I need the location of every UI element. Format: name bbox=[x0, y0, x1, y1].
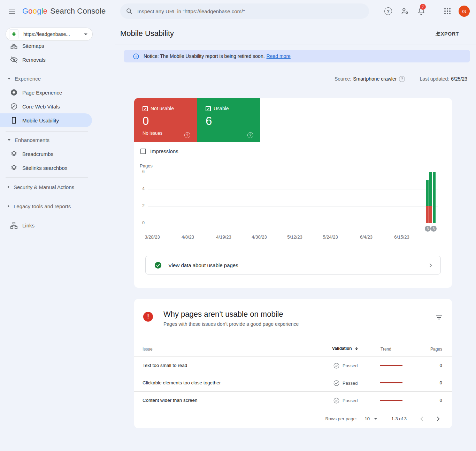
sidebar-item-core-web-vitals[interactable]: Core Web Vitals bbox=[0, 99, 115, 113]
rows-per-page-select[interactable]: 10 bbox=[364, 416, 377, 421]
help-icon[interactable]: ? bbox=[399, 76, 405, 82]
sidebar-item-page-experience[interactable]: Page Experience bbox=[0, 85, 115, 99]
search-icon bbox=[126, 8, 133, 15]
column-issue[interactable]: Issue bbox=[143, 347, 153, 352]
notification-badge[interactable]: 7 bbox=[420, 4, 426, 10]
checked-checkbox-icon[interactable] bbox=[143, 106, 148, 111]
not-usable-count: 0 bbox=[143, 114, 191, 128]
notice-text: Notice: The Mobile Usability report is b… bbox=[144, 53, 265, 59]
sidebar-item-sitelinks-searchbox[interactable]: Sitelinks searchbox bbox=[0, 161, 115, 175]
divider bbox=[6, 197, 88, 197]
filter-icon[interactable] bbox=[435, 314, 443, 321]
property-url: https://leadgenbase... bbox=[23, 31, 84, 37]
usability-chart-card: Not usable 0 No issues ? Usable 6 ? Impr… bbox=[134, 98, 452, 288]
next-page-icon[interactable] bbox=[435, 415, 443, 423]
triangle-right-icon bbox=[8, 186, 9, 188]
sidebar-section-security[interactable]: Security & Manual Actions bbox=[0, 180, 115, 194]
help-icon[interactable]: ? bbox=[247, 132, 253, 138]
top-bar: Google Search Console ? 7 bbox=[0, 0, 476, 22]
help-icon[interactable]: ? bbox=[184, 132, 190, 138]
smartphone-icon bbox=[10, 116, 18, 125]
usable-summary-card[interactable]: Usable 6 ? bbox=[197, 98, 260, 142]
read-more-link[interactable]: Read more bbox=[267, 53, 291, 59]
table-row[interactable]: Text too small to read Passed 0 bbox=[134, 356, 452, 374]
issues-table-header: Issue Validation Trend Pages bbox=[134, 344, 452, 356]
help-icon[interactable]: ? bbox=[384, 7, 393, 15]
sidebar: https://leadgenbase... Sitemaps Removals… bbox=[0, 22, 115, 451]
source-value: Smartphone crawler bbox=[353, 76, 397, 82]
column-pages[interactable]: Pages bbox=[430, 347, 442, 352]
column-trend[interactable]: Trend bbox=[381, 347, 391, 352]
retirement-notice-banner: Notice: The Mobile Usability report is b… bbox=[124, 50, 470, 62]
source-label: Source: bbox=[335, 76, 351, 82]
google-logo-letter: g bbox=[37, 7, 41, 15]
table-row[interactable]: Content wider than screen Passed 0 bbox=[134, 391, 452, 409]
bar-not-usable bbox=[429, 206, 432, 223]
triangle-right-icon bbox=[8, 205, 9, 208]
unchecked-checkbox-icon[interactable] bbox=[140, 149, 146, 154]
info-icon bbox=[133, 53, 139, 60]
bar-not-usable bbox=[426, 206, 429, 223]
usability-chart-plot: 33 bbox=[148, 172, 438, 223]
sidebar-section-enhancements[interactable]: Enhancements bbox=[0, 133, 115, 147]
pages-count: 0 bbox=[439, 380, 442, 385]
not-usable-summary-card[interactable]: Not usable 0 No issues ? bbox=[134, 98, 197, 142]
chart-y-tick-label: 2 bbox=[137, 203, 145, 208]
chart-annotation-badge[interactable]: 3 bbox=[425, 226, 431, 232]
product-name: Search Console bbox=[50, 7, 106, 16]
chart-x-tick-label: 4/30/23 bbox=[245, 234, 273, 240]
table-row[interactable]: Clickable elements too close together Pa… bbox=[134, 374, 452, 391]
validation-status: Passed bbox=[343, 398, 358, 403]
page-title: Mobile Usability bbox=[120, 29, 174, 38]
issues-subtitle: Pages with these issues don’t provide a … bbox=[163, 321, 299, 327]
divider bbox=[6, 69, 88, 69]
sort-arrow-down-icon bbox=[354, 346, 359, 351]
search-input[interactable] bbox=[137, 8, 363, 14]
property-selector[interactable]: https://leadgenbase... bbox=[6, 28, 93, 41]
chart-x-tick-label: 5/24/23 bbox=[316, 234, 344, 240]
menu-icon[interactable] bbox=[8, 7, 17, 15]
chart-y-tick-label: 6 bbox=[137, 169, 145, 174]
manage-accounts-icon[interactable] bbox=[401, 7, 409, 15]
sidebar-section-legacy-tools[interactable]: Legacy tools and reports bbox=[0, 199, 115, 213]
bar-usable bbox=[426, 180, 429, 206]
pagination-range: 1-3 of 3 bbox=[391, 416, 407, 421]
sidebar-item-links[interactable]: Links bbox=[0, 218, 115, 232]
chart-gridline bbox=[148, 189, 438, 189]
sidebar-item-removals[interactable]: Removals bbox=[0, 53, 115, 67]
chart-x-tick-label: 6/4/23 bbox=[352, 234, 380, 240]
chart-y-tick-label: 0 bbox=[137, 220, 145, 225]
chevron-down-icon bbox=[84, 33, 87, 35]
sidebar-item-sitemaps[interactable]: Sitemaps bbox=[0, 44, 115, 53]
apps-grid-icon[interactable] bbox=[443, 7, 452, 15]
avatar[interactable]: G bbox=[459, 6, 470, 17]
chart-annotation-badge[interactable]: 3 bbox=[431, 226, 437, 232]
trend-sparkline bbox=[380, 365, 402, 366]
layers-icon bbox=[10, 164, 18, 172]
bar-usable bbox=[429, 172, 432, 206]
property-favicon bbox=[9, 30, 18, 39]
triangle-down-icon bbox=[8, 78, 10, 80]
column-validation[interactable]: Validation bbox=[332, 346, 359, 351]
chart-x-tick-label: 4/19/23 bbox=[210, 234, 238, 240]
passed-check-icon bbox=[333, 397, 340, 404]
issues-card: ! Why pages aren’t usable on mobile Page… bbox=[134, 299, 452, 428]
chart-gridline bbox=[148, 206, 438, 206]
sidebar-nav: Sitemaps Removals Experience Page Experi… bbox=[0, 44, 115, 451]
sidebar-item-breadcrumbs[interactable]: Breadcrumbs bbox=[0, 147, 115, 161]
pages-count: 0 bbox=[439, 398, 442, 403]
page-experience-icon bbox=[10, 88, 18, 97]
chart-y-tick-label: 4 bbox=[137, 186, 145, 191]
issues-title: Why pages aren’t usable on mobile bbox=[163, 310, 283, 319]
sidebar-item-mobile-usability[interactable]: Mobile Usability bbox=[0, 113, 92, 127]
sidebar-section-experience[interactable]: Experience bbox=[0, 72, 115, 85]
impressions-toggle[interactable]: Impressions bbox=[140, 148, 178, 154]
previous-page-icon[interactable] bbox=[419, 415, 427, 423]
view-usable-pages-row[interactable]: View data about usable pages bbox=[145, 256, 441, 275]
passed-check-icon bbox=[333, 380, 340, 386]
divider bbox=[115, 45, 476, 45]
usable-count: 6 bbox=[206, 114, 254, 128]
export-button[interactable]: EXPORT bbox=[434, 29, 440, 39]
checked-checkbox-icon[interactable] bbox=[206, 106, 211, 111]
source-info-row: Source: Smartphone crawler ? Last update… bbox=[335, 76, 467, 82]
